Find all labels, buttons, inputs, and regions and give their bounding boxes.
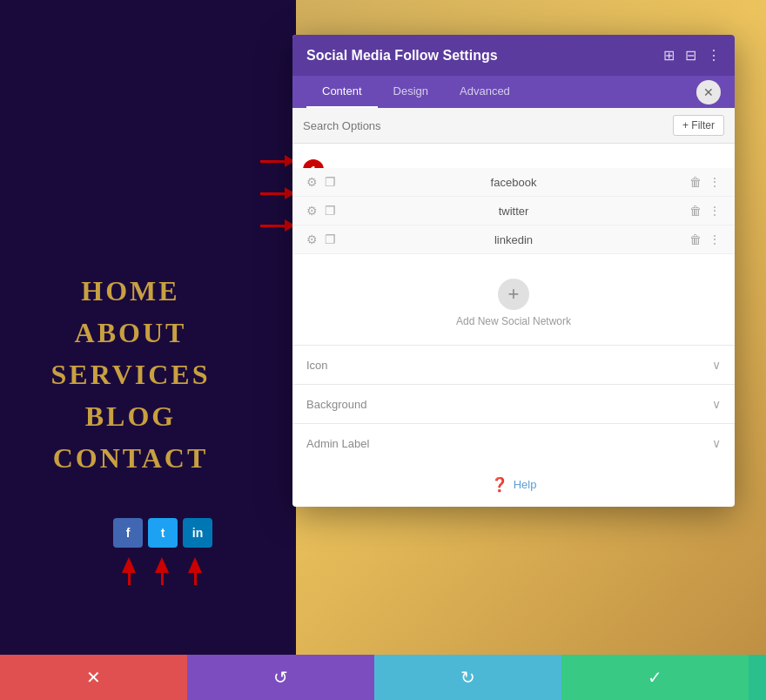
settings-icon-facebook[interactable]: ⚙ (306, 175, 318, 189)
admin-label-section-label: Admin Label (306, 437, 369, 450)
arrow-up-2 (155, 555, 169, 585)
facebook-preview-icon: f (113, 518, 143, 548)
twitter-preview-icon: t (148, 518, 178, 548)
add-network-label: Add New Social Network (456, 315, 571, 327)
linkedin-network-name: linkedin (494, 233, 533, 246)
cancel-button[interactable]: ✕ (0, 655, 187, 700)
delete-icon-twitter[interactable]: 🗑 (689, 204, 702, 218)
grid-icon[interactable]: ⊞ (663, 47, 675, 64)
add-circle-icon: + (498, 279, 529, 310)
save-button[interactable]: ✓ (561, 655, 749, 700)
network-row-facebook: ⚙ ❐ facebook 🗑 ⋮ (292, 168, 735, 197)
tab-design[interactable]: Design (378, 76, 444, 108)
filter-button[interactable]: + Filter (673, 115, 724, 136)
row-right-icons-twitter: 🗑 ⋮ (689, 204, 721, 218)
nav-item-blog[interactable]: BLOG (0, 395, 261, 437)
row-right-icons-facebook: 🗑 ⋮ (689, 175, 721, 189)
nav-item-services[interactable]: SERVICES (0, 353, 261, 395)
more-options-icon[interactable]: ⋮ (707, 47, 721, 64)
extra-button[interactable] (749, 655, 766, 700)
row-left-icons-twitter: ⚙ ❐ (306, 204, 336, 218)
network-list: ⚙ ❐ facebook 🗑 ⋮ ⚙ ❐ twitter 🗑 ⋮ ⚙ (292, 144, 735, 261)
panel-title: Social Media Follow Settings (306, 48, 498, 64)
row-left-icons-facebook: ⚙ ❐ (306, 175, 336, 189)
social-icons-preview: f t in (113, 518, 212, 548)
nav-item-contact[interactable]: CONTACT (0, 437, 261, 479)
arrow-left-facebook (260, 155, 295, 167)
twitter-network-name: twitter (499, 205, 529, 218)
settings-icon-twitter[interactable]: ⚙ (306, 204, 318, 218)
undo-button[interactable]: ↺ (187, 655, 374, 700)
settings-icon-linkedin[interactable]: ⚙ (306, 232, 318, 246)
settings-panel: Social Media Follow Settings ⊞ ⊟ ⋮ Conte… (292, 35, 735, 507)
bottom-toolbar: ✕ ↺ ↻ ✓ (0, 655, 766, 700)
more-icon-twitter[interactable]: ⋮ (709, 204, 721, 218)
arrow-up-3 (188, 555, 202, 585)
linkedin-preview-icon: in (183, 518, 212, 548)
background-section-chevron: ∨ (712, 397, 721, 411)
icon-section[interactable]: Icon ∨ (292, 345, 735, 384)
admin-label-section[interactable]: Admin Label ∨ (292, 423, 735, 462)
panel-header: Social Media Follow Settings ⊞ ⊟ ⋮ (292, 35, 735, 76)
arrow-up-1 (122, 555, 136, 585)
add-new-network-button[interactable]: + Add New Social Network (292, 261, 735, 345)
tab-advanced[interactable]: Advanced (444, 76, 526, 108)
row-left-icons-linkedin: ⚙ ❐ (306, 232, 336, 246)
nav-menu: HOME ABOUT SERVICES BLOG CONTACT (0, 270, 261, 479)
redo-button[interactable]: ↻ (374, 655, 561, 700)
delete-icon-linkedin[interactable]: 🗑 (689, 232, 702, 246)
duplicate-icon-linkedin[interactable]: ❐ (325, 232, 336, 246)
row-right-icons-linkedin: 🗑 ⋮ (689, 232, 721, 246)
background-section[interactable]: Background ∨ (292, 384, 735, 423)
panel-tabs: Content Design Advanced ✕ (292, 76, 735, 108)
arrow-left-linkedin (260, 219, 295, 232)
facebook-network-name: facebook (491, 176, 537, 189)
tab-content[interactable]: Content (306, 76, 378, 108)
help-label[interactable]: Help (514, 478, 537, 491)
duplicate-icon-twitter[interactable]: ❐ (325, 204, 336, 218)
panel-close-button[interactable]: ✕ (696, 80, 721, 104)
help-icon: ❓ (491, 476, 508, 493)
search-bar: + Filter (292, 108, 735, 144)
more-icon-facebook[interactable]: ⋮ (709, 175, 721, 189)
arrow-left-twitter (260, 187, 295, 199)
nav-item-about[interactable]: ABOUT (0, 312, 261, 353)
background-section-label: Background (306, 398, 366, 411)
search-input[interactable] (303, 119, 673, 132)
columns-icon[interactable]: ⊟ (685, 47, 696, 64)
nav-item-home[interactable]: HOME (0, 270, 261, 312)
network-row-twitter: ⚙ ❐ twitter 🗑 ⋮ (292, 197, 735, 225)
admin-label-section-chevron: ∨ (712, 436, 721, 450)
help-row: ❓ Help (292, 462, 735, 507)
delete-icon-facebook[interactable]: 🗑 (689, 175, 702, 189)
duplicate-icon-facebook[interactable]: ❐ (325, 175, 336, 189)
icon-section-label: Icon (306, 359, 328, 372)
more-icon-linkedin[interactable]: ⋮ (709, 232, 721, 246)
network-row-linkedin: ⚙ ❐ linkedin 🗑 ⋮ (292, 225, 735, 254)
icon-section-chevron: ∨ (712, 358, 721, 372)
panel-header-icons: ⊞ ⊟ ⋮ (663, 47, 721, 64)
up-arrows (122, 555, 202, 585)
